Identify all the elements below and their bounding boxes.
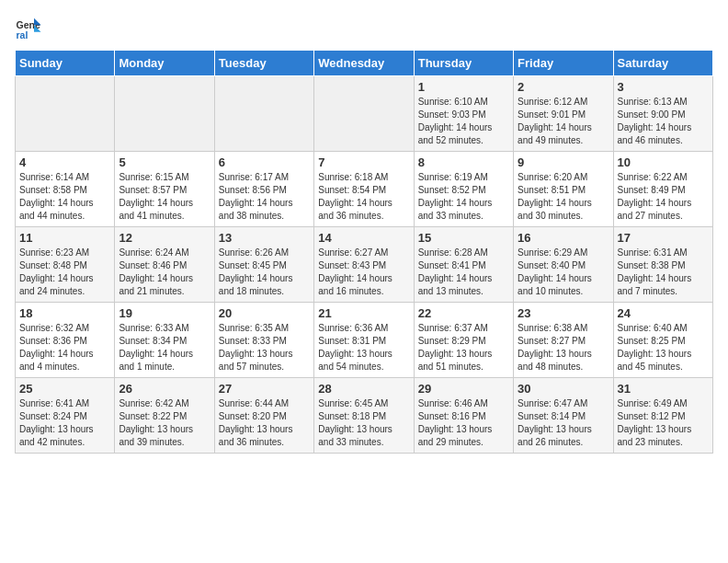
- day-of-week-header: Wednesday: [314, 51, 414, 76]
- calendar-cell: 23Sunrise: 6:38 AM Sunset: 8:27 PM Dayli…: [514, 303, 613, 378]
- svg-text:ral: ral: [17, 29, 28, 40]
- day-number: 4: [19, 155, 110, 169]
- day-info: Sunrise: 6:10 AM Sunset: 9:03 PM Dayligh…: [418, 96, 509, 147]
- day-number: 18: [19, 306, 110, 320]
- day-info: Sunrise: 6:38 AM Sunset: 8:27 PM Dayligh…: [518, 322, 609, 373]
- calendar-cell: 25Sunrise: 6:41 AM Sunset: 8:24 PM Dayli…: [16, 378, 115, 454]
- day-number: 13: [219, 231, 310, 245]
- calendar-cell: 21Sunrise: 6:36 AM Sunset: 8:31 PM Dayli…: [314, 303, 414, 378]
- calendar-cell: 9Sunrise: 6:20 AM Sunset: 8:51 PM Daylig…: [514, 152, 613, 227]
- day-info: Sunrise: 6:14 AM Sunset: 8:58 PM Dayligh…: [19, 171, 110, 223]
- day-info: Sunrise: 6:18 AM Sunset: 8:54 PM Dayligh…: [318, 171, 409, 223]
- day-info: Sunrise: 6:31 AM Sunset: 8:38 PM Dayligh…: [618, 247, 709, 298]
- calendar-week-row: 18Sunrise: 6:32 AM Sunset: 8:36 PM Dayli…: [16, 303, 713, 378]
- day-info: Sunrise: 6:23 AM Sunset: 8:48 PM Dayligh…: [19, 247, 110, 298]
- day-number: 24: [618, 306, 709, 320]
- calendar-cell: 13Sunrise: 6:26 AM Sunset: 8:45 PM Dayli…: [214, 227, 313, 303]
- calendar-week-row: 11Sunrise: 6:23 AM Sunset: 8:48 PM Dayli…: [16, 227, 713, 303]
- day-number: 23: [518, 306, 609, 320]
- day-number: 5: [119, 155, 210, 169]
- day-info: Sunrise: 6:29 AM Sunset: 8:40 PM Dayligh…: [518, 247, 609, 298]
- day-number: 14: [318, 231, 409, 245]
- day-info: Sunrise: 6:36 AM Sunset: 8:31 PM Dayligh…: [318, 322, 409, 373]
- day-of-week-header: Tuesday: [214, 51, 313, 76]
- day-number: 28: [318, 382, 409, 396]
- day-number: 8: [418, 155, 509, 169]
- calendar-cell: 2Sunrise: 6:12 AM Sunset: 9:01 PM Daylig…: [514, 76, 613, 152]
- calendar-cell: 22Sunrise: 6:37 AM Sunset: 8:29 PM Dayli…: [414, 303, 513, 378]
- day-info: Sunrise: 6:42 AM Sunset: 8:22 PM Dayligh…: [119, 397, 210, 449]
- day-info: Sunrise: 6:44 AM Sunset: 8:20 PM Dayligh…: [219, 397, 310, 449]
- day-info: Sunrise: 6:45 AM Sunset: 8:18 PM Dayligh…: [318, 397, 409, 449]
- calendar-cell: 12Sunrise: 6:24 AM Sunset: 8:46 PM Dayli…: [115, 227, 214, 303]
- calendar-cell: 1Sunrise: 6:10 AM Sunset: 9:03 PM Daylig…: [414, 76, 513, 152]
- day-info: Sunrise: 6:20 AM Sunset: 8:51 PM Dayligh…: [518, 171, 609, 223]
- calendar-cell: 15Sunrise: 6:28 AM Sunset: 8:41 PM Dayli…: [414, 227, 513, 303]
- day-info: Sunrise: 6:46 AM Sunset: 8:16 PM Dayligh…: [418, 397, 509, 449]
- calendar-body: 1Sunrise: 6:10 AM Sunset: 9:03 PM Daylig…: [16, 76, 713, 454]
- day-info: Sunrise: 6:27 AM Sunset: 8:43 PM Dayligh…: [318, 247, 409, 298]
- calendar-cell: 14Sunrise: 6:27 AM Sunset: 8:43 PM Dayli…: [314, 227, 414, 303]
- day-number: 31: [618, 382, 709, 396]
- day-of-week-header: Thursday: [414, 51, 513, 76]
- day-number: 9: [518, 155, 609, 169]
- day-info: Sunrise: 6:35 AM Sunset: 8:33 PM Dayligh…: [219, 322, 310, 373]
- calendar-cell: [314, 76, 414, 152]
- calendar-table: SundayMondayTuesdayWednesdayThursdayFrid…: [15, 50, 713, 454]
- day-number: 1: [418, 80, 509, 94]
- day-number: 30: [518, 382, 609, 396]
- calendar-cell: 19Sunrise: 6:33 AM Sunset: 8:34 PM Dayli…: [115, 303, 214, 378]
- calendar-header: SundayMondayTuesdayWednesdayThursdayFrid…: [16, 51, 713, 76]
- day-info: Sunrise: 6:12 AM Sunset: 9:01 PM Dayligh…: [518, 96, 609, 147]
- calendar-cell: 10Sunrise: 6:22 AM Sunset: 8:49 PM Dayli…: [613, 152, 712, 227]
- calendar-cell: [214, 76, 313, 152]
- calendar-cell: 17Sunrise: 6:31 AM Sunset: 8:38 PM Dayli…: [613, 227, 712, 303]
- day-number: 12: [119, 231, 210, 245]
- day-number: 19: [119, 306, 210, 320]
- calendar-week-row: 4Sunrise: 6:14 AM Sunset: 8:58 PM Daylig…: [16, 152, 713, 227]
- day-info: Sunrise: 6:28 AM Sunset: 8:41 PM Dayligh…: [418, 247, 509, 298]
- day-of-week-header: Friday: [514, 51, 613, 76]
- day-info: Sunrise: 6:17 AM Sunset: 8:56 PM Dayligh…: [219, 171, 310, 223]
- day-info: Sunrise: 6:32 AM Sunset: 8:36 PM Dayligh…: [19, 322, 110, 373]
- day-info: Sunrise: 6:24 AM Sunset: 8:46 PM Dayligh…: [119, 247, 210, 298]
- calendar-cell: 11Sunrise: 6:23 AM Sunset: 8:48 PM Dayli…: [16, 227, 115, 303]
- day-of-week-header: Sunday: [16, 51, 115, 76]
- calendar-week-row: 25Sunrise: 6:41 AM Sunset: 8:24 PM Dayli…: [16, 378, 713, 454]
- day-info: Sunrise: 6:22 AM Sunset: 8:49 PM Dayligh…: [618, 171, 709, 223]
- calendar-cell: 30Sunrise: 6:47 AM Sunset: 8:14 PM Dayli…: [514, 378, 613, 454]
- day-number: 3: [618, 80, 709, 94]
- calendar-cell: 28Sunrise: 6:45 AM Sunset: 8:18 PM Dayli…: [314, 378, 414, 454]
- calendar-cell: 16Sunrise: 6:29 AM Sunset: 8:40 PM Dayli…: [514, 227, 613, 303]
- calendar-cell: 29Sunrise: 6:46 AM Sunset: 8:16 PM Dayli…: [414, 378, 513, 454]
- day-info: Sunrise: 6:13 AM Sunset: 9:00 PM Dayligh…: [618, 96, 709, 147]
- calendar-cell: 3Sunrise: 6:13 AM Sunset: 9:00 PM Daylig…: [613, 76, 712, 152]
- calendar-cell: [115, 76, 214, 152]
- day-info: Sunrise: 6:49 AM Sunset: 8:12 PM Dayligh…: [618, 397, 709, 449]
- calendar-cell: 26Sunrise: 6:42 AM Sunset: 8:22 PM Dayli…: [115, 378, 214, 454]
- day-number: 11: [19, 231, 110, 245]
- day-info: Sunrise: 6:40 AM Sunset: 8:25 PM Dayligh…: [618, 322, 709, 373]
- day-info: Sunrise: 6:41 AM Sunset: 8:24 PM Dayligh…: [19, 397, 110, 449]
- day-number: 25: [19, 382, 110, 396]
- day-number: 22: [418, 306, 509, 320]
- calendar-cell: 8Sunrise: 6:19 AM Sunset: 8:52 PM Daylig…: [414, 152, 513, 227]
- calendar-cell: 6Sunrise: 6:17 AM Sunset: 8:56 PM Daylig…: [214, 152, 313, 227]
- calendar-cell: 31Sunrise: 6:49 AM Sunset: 8:12 PM Dayli…: [613, 378, 712, 454]
- day-number: 20: [219, 306, 310, 320]
- calendar-week-row: 1Sunrise: 6:10 AM Sunset: 9:03 PM Daylig…: [16, 76, 713, 152]
- calendar-cell: 24Sunrise: 6:40 AM Sunset: 8:25 PM Dayli…: [613, 303, 712, 378]
- day-info: Sunrise: 6:19 AM Sunset: 8:52 PM Dayligh…: [418, 171, 509, 223]
- day-info: Sunrise: 6:26 AM Sunset: 8:45 PM Dayligh…: [219, 247, 310, 298]
- calendar-cell: 20Sunrise: 6:35 AM Sunset: 8:33 PM Dayli…: [214, 303, 313, 378]
- calendar-cell: 4Sunrise: 6:14 AM Sunset: 8:58 PM Daylig…: [16, 152, 115, 227]
- calendar-cell: 27Sunrise: 6:44 AM Sunset: 8:20 PM Dayli…: [214, 378, 313, 454]
- day-number: 15: [418, 231, 509, 245]
- day-number: 10: [618, 155, 709, 169]
- day-number: 7: [318, 155, 409, 169]
- calendar-cell: 18Sunrise: 6:32 AM Sunset: 8:36 PM Dayli…: [16, 303, 115, 378]
- day-info: Sunrise: 6:47 AM Sunset: 8:14 PM Dayligh…: [518, 397, 609, 449]
- day-info: Sunrise: 6:33 AM Sunset: 8:34 PM Dayligh…: [119, 322, 210, 373]
- day-of-week-header: Monday: [115, 51, 214, 76]
- header: Gene ral: [15, 15, 713, 42]
